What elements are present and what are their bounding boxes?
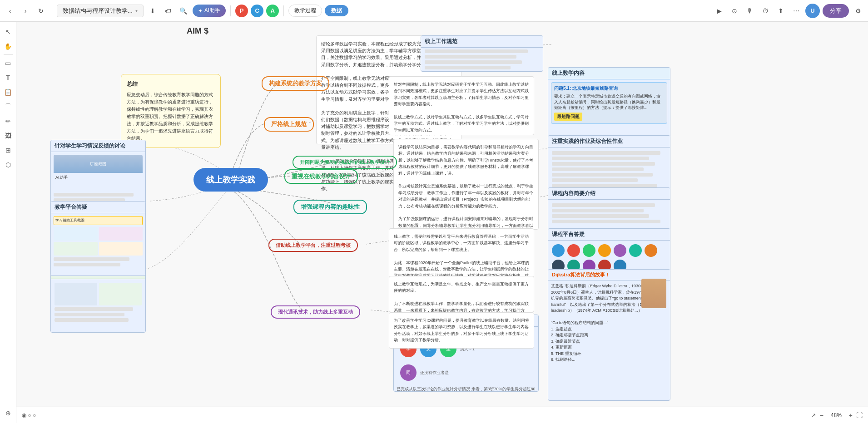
fit-button[interactable]: ↗ xyxy=(811,412,816,419)
branch-7-label: 现代通讯技术，助力线上多重互动 xyxy=(278,309,353,315)
content-block-3: 线上教学互动形式，为满足之年、特点之年、生产之年突突互动提供了更方便的的对应。 … xyxy=(389,276,534,312)
online-content-body: 问题5.1: 北京地铁最短线路查询 要求：建立一个表示特定城市轨道交通的有向图或… xyxy=(548,79,670,129)
sidebar-divider xyxy=(4,54,13,55)
content-block-4: 为了改善学生学习IO课程的问题，提升教育教学以在线最有数量。法利用将效实在教学上… xyxy=(389,312,534,349)
divider-1 xyxy=(52,5,52,16)
canvas[interactable]: AIM $ 线上教学实践 构建系统的教学方案 严格线上规范 重视在线教学内容设计… xyxy=(16,22,868,407)
search-button[interactable]: 🔍 xyxy=(177,5,190,17)
editor-icon-a[interactable]: A xyxy=(266,5,279,17)
toolbar: ‹ › ↻ 数据结构与程序设计教学... ▾ ⬇ 🏷 🔍 ✦ AI助手 P C … xyxy=(0,0,868,22)
content-block-4-text: 为了改善学生学习IO课程的问题，提升教育教学以在线最有数量。法利用将效实在教学上… xyxy=(394,317,529,344)
editor-icon-c[interactable]: C xyxy=(251,5,263,17)
branch-node-2[interactable]: 严格线上规范 xyxy=(264,117,314,132)
tab-teaching-label: 教学过程 xyxy=(294,7,316,15)
sidebar-table[interactable]: ⊞ xyxy=(2,144,15,157)
aim-label: AIM $ xyxy=(187,26,208,36)
branch-node-6[interactable]: 借助线上教学平台，注重过程考核 xyxy=(268,239,358,252)
homework-content xyxy=(548,148,670,193)
teaching-platform-content: 学习辅助工具截图 xyxy=(51,213,145,271)
fullscreen-button[interactable]: ⛶ xyxy=(856,412,863,419)
divider-3 xyxy=(283,5,284,16)
record-button[interactable]: ⊙ xyxy=(728,5,741,17)
branch-6-label: 借助线上教学平台，注重过程考核 xyxy=(276,242,351,248)
course-intro-content xyxy=(548,200,670,229)
work-norm-content xyxy=(421,48,543,72)
ai-icon: ✦ xyxy=(198,8,203,14)
share-button[interactable]: 分享 xyxy=(823,4,849,18)
center-node[interactable]: 线上教学实践 xyxy=(193,168,268,192)
share-label: 分享 xyxy=(830,7,842,14)
bottom-bar: ◉ ○ ○ ↗ − 48% + ⛶ xyxy=(16,407,868,423)
online-platform-box: Dijkstra算法背后的故事！ 艾兹格·韦·迪科斯彻（Edgar Wybe D… xyxy=(548,269,670,401)
assignment-demo-box: 作业某题讲解截图 xyxy=(50,267,146,333)
more-button[interactable]: ⋯ xyxy=(790,5,803,17)
branch-node-4[interactable]: 开阔问题为驱动的挑战性的线上教学设计 xyxy=(293,156,397,169)
sidebar-text[interactable]: T xyxy=(2,71,15,84)
branch-node-7[interactable]: 现代通讯技术，助力线上多重互动 xyxy=(271,305,360,319)
sidebar-cursor[interactable]: ↖ xyxy=(2,25,15,38)
branch-node-3[interactable]: 重视在线教学内容设计 xyxy=(284,169,358,184)
sidebar-connector[interactable]: ⌒ xyxy=(2,100,15,113)
title-chevron: ▾ xyxy=(135,8,138,13)
left-sidebar: ↖ ✋ ▭ T 📋 ⌒ ✏ 🖼 ⊞ ⬡ ⊕ xyxy=(0,22,16,423)
branch-node-1[interactable]: 构建系统的教学方案 xyxy=(262,76,329,91)
branch-4-label: 开阔问题为驱动的挑战性的线上教学设计 xyxy=(300,159,390,165)
sidebar-image[interactable]: 🖼 xyxy=(2,129,15,142)
branch-3-label: 重视在线教学内容设计 xyxy=(292,173,351,180)
teaching-platform-box: 教学平台答疑 学习辅助工具截图 xyxy=(50,201,146,276)
center-node-label: 线上教学实践 xyxy=(206,175,255,184)
work-norm-title: 线上工作规范 xyxy=(421,36,543,48)
assignment-demo-content xyxy=(51,279,145,327)
tag-button[interactable]: 🏷 xyxy=(162,5,174,17)
sidebar-pen[interactable]: ✏ xyxy=(2,115,15,128)
sidebar-sticky[interactable]: 📋 xyxy=(2,86,15,98)
timer-button[interactable]: ⏱ xyxy=(759,5,772,17)
editor-icon-p[interactable]: P xyxy=(235,5,248,17)
user-avatar[interactable]: U xyxy=(805,4,820,18)
back-button[interactable]: ‹ xyxy=(4,5,16,17)
settings-button[interactable]: ⚙ xyxy=(852,5,864,17)
homework-title: 注重实践的作业及综合性作业 xyxy=(548,136,670,148)
download-button[interactable]: ⬇ xyxy=(146,5,159,17)
title-text: 数据结构与程序设计教学... xyxy=(63,7,133,15)
tab-data[interactable]: 数据 xyxy=(325,5,348,16)
content-block-1: 课程学习以结果为目标，需要教学内容代码的引导和引导相对的学习方向目标。通过结果，… xyxy=(393,139,539,230)
sidebar-hand[interactable]: ✋ xyxy=(2,40,15,53)
zoom-level: 48% xyxy=(827,412,845,418)
divider-2 xyxy=(230,5,231,16)
avatar-4: 同 xyxy=(400,364,417,381)
student-discussion-title: 针对学生学习情况反馈的讨论 xyxy=(51,140,145,152)
sidebar-mindmap[interactable]: ⬡ xyxy=(2,158,15,171)
page-indicator: ◉ ○ ○ xyxy=(22,412,36,418)
play-button[interactable]: ▶ xyxy=(713,5,725,17)
platform-qa-title: 课程平台答疑 xyxy=(548,229,670,241)
teaching-platform-title: 教学平台答疑 xyxy=(51,202,145,213)
branch-node-5[interactable]: 增强课程内容的趣味性 xyxy=(293,200,367,214)
ai-assistant-button[interactable]: ✦ AI助手 xyxy=(193,5,226,17)
content-block-5: 针对空间限制，线上教学无法对应研究于学生学习互动。因此线上教学以结合到不同效据模… xyxy=(389,76,534,135)
tab-data-label: 数据 xyxy=(331,7,342,14)
online-content-title: 线上数学内容 xyxy=(548,68,670,79)
refresh-button[interactable]: ↻ xyxy=(35,5,47,17)
summary-box: 总结 应急变动后，综合传统教育教学同胞的方式方法，为有保障教学的通常进行重访进行… xyxy=(121,74,221,148)
zoom-out-button[interactable]: − xyxy=(820,412,823,419)
sidebar-rectangle[interactable]: ▭ xyxy=(2,57,15,69)
sidebar-bottom-icon[interactable]: ⊕ xyxy=(2,407,15,419)
course-intro-title: 课程内容简要介绍 xyxy=(548,188,670,200)
work-norm-box: 线上工作规范 xyxy=(421,35,543,72)
result-note: 已完成从以三次讨论的作业统计分析情况 来看，第3班70%的学生得分超过80分（满… xyxy=(397,386,536,392)
avatar-row-2: 同 还没有作业者是 xyxy=(397,361,536,384)
branch-2-label: 严格线上规范 xyxy=(271,121,307,128)
avatar-label-2: 还没有作业者是 xyxy=(420,370,449,376)
forward-button[interactable]: › xyxy=(19,5,32,17)
upload-button[interactable]: ⬆ xyxy=(774,5,787,17)
zoom-in-button[interactable]: + xyxy=(849,412,853,419)
summary-title: 总结 xyxy=(127,80,215,89)
summary-text: 应急变动后，综合传统教育教学同胞的方式方法，为有保障教学的通常进行重访进行，保持… xyxy=(127,91,215,142)
branch-1-label: 构建系统的教学方案 xyxy=(269,80,322,87)
voice-button[interactable]: 🎙 xyxy=(744,5,756,17)
content-block-5-text: 针对空间限制，线上教学无法对应研究于学生学习互动。因此线上教学以结合到不同效据模… xyxy=(394,81,529,133)
document-title[interactable]: 数据结构与程序设计教学... ▾ xyxy=(57,5,144,17)
person-photo xyxy=(641,279,666,308)
tab-teaching-process[interactable]: 教学过程 xyxy=(288,5,322,17)
